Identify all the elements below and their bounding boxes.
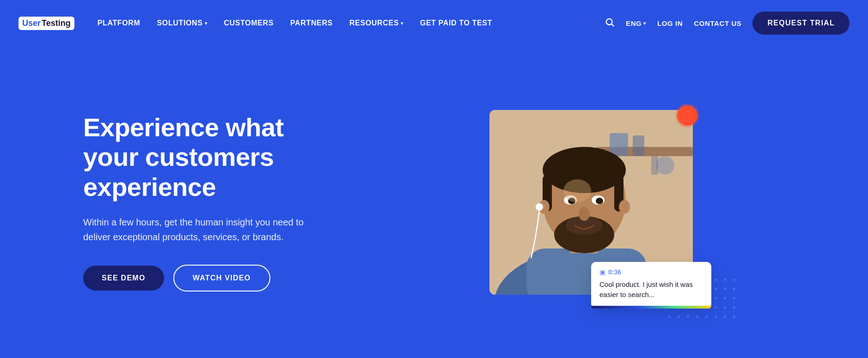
caption-time-row: ▣ 0:36 bbox=[599, 268, 703, 276]
dot-decoration bbox=[715, 316, 717, 318]
nav-resources[interactable]: RESOURCES ▾ bbox=[349, 19, 403, 27]
nav-partners[interactable]: PARTNERS bbox=[290, 19, 333, 27]
logo-testing-text: Testing bbox=[42, 18, 71, 28]
dot-decoration bbox=[724, 316, 726, 318]
svg-point-24 bbox=[656, 156, 674, 175]
request-trial-button[interactable]: REQUEST TRIAL bbox=[752, 12, 850, 35]
dot-decoration bbox=[733, 297, 735, 299]
dot-decoration bbox=[724, 306, 726, 309]
hero-section: Experience what your customers experienc… bbox=[0, 46, 868, 358]
nav-solutions-label: SOLUTIONS bbox=[157, 19, 203, 27]
nav-right: ENG ▾ LOG IN CONTACT US REQUEST TRIAL bbox=[605, 12, 850, 35]
nav-resources-label: RESOURCES bbox=[349, 19, 399, 27]
lang-dropdown-icon: ▾ bbox=[643, 21, 646, 26]
nav-solutions[interactable]: SOLUTIONS ▾ bbox=[157, 19, 208, 27]
hero-content: Experience what your customers experienc… bbox=[83, 113, 342, 291]
video-thumbnail: ▣ 0:36 Cool product. I just wish it was … bbox=[489, 110, 693, 295]
caption-time-text: 0:36 bbox=[608, 268, 621, 276]
recording-indicator bbox=[677, 105, 697, 126]
video-time-icon: ▣ bbox=[599, 268, 605, 276]
svg-point-0 bbox=[606, 19, 612, 25]
nav-platform[interactable]: PLATFORM bbox=[98, 19, 141, 27]
dot-decoration bbox=[715, 306, 717, 309]
contact-link[interactable]: CONTACT US bbox=[694, 19, 741, 27]
nav-get-paid[interactable]: GET PAID TO TEST bbox=[420, 19, 492, 27]
dot-decoration bbox=[705, 316, 708, 318]
language-selector[interactable]: ENG ▾ bbox=[626, 19, 646, 27]
hero-title: Experience what your customers experienc… bbox=[83, 113, 342, 202]
navigation: User Testing PLATFORM SOLUTIONS ▾ CUSTOM… bbox=[0, 0, 868, 46]
hero-subtitle: Within a few hours, get the human insigh… bbox=[83, 215, 305, 244]
svg-point-22 bbox=[619, 200, 630, 214]
solutions-dropdown-icon: ▾ bbox=[205, 21, 208, 26]
svg-point-23 bbox=[563, 179, 591, 202]
dot-decoration bbox=[687, 316, 689, 318]
watch-video-button[interactable]: WATCH VIDEO bbox=[173, 265, 270, 291]
dot-decoration bbox=[668, 316, 671, 318]
nav-customers[interactable]: CUSTOMERS bbox=[224, 19, 274, 27]
resources-dropdown-icon: ▾ bbox=[401, 21, 403, 26]
dot-decoration bbox=[678, 316, 680, 318]
dot-decoration bbox=[715, 297, 717, 299]
svg-rect-25 bbox=[651, 156, 658, 175]
caption-card: ▣ 0:36 Cool product. I just wish it was … bbox=[591, 262, 711, 309]
login-link[interactable]: LOG IN bbox=[657, 19, 683, 27]
svg-rect-5 bbox=[633, 135, 644, 156]
svg-line-1 bbox=[611, 24, 614, 26]
dot-decoration bbox=[696, 316, 698, 318]
search-button[interactable] bbox=[605, 17, 615, 29]
svg-rect-4 bbox=[610, 133, 628, 156]
dot-decoration bbox=[733, 316, 735, 318]
dot-decoration bbox=[733, 306, 735, 309]
caption-text: Cool product. I just wish it was easier … bbox=[599, 279, 703, 300]
svg-point-19 bbox=[579, 207, 590, 221]
logo-user-text: User bbox=[22, 18, 41, 28]
caption-color-strip bbox=[591, 306, 711, 309]
dot-decoration bbox=[724, 297, 726, 299]
svg-point-21 bbox=[536, 203, 543, 211]
hero-image-area: ▣ 0:36 Cool product. I just wish it was … bbox=[370, 110, 813, 295]
hero-buttons: SEE DEMO WATCH VIDEO bbox=[83, 265, 342, 291]
svg-point-18 bbox=[596, 198, 603, 204]
logo[interactable]: User Testing bbox=[18, 17, 74, 30]
see-demo-button[interactable]: SEE DEMO bbox=[83, 266, 164, 291]
nav-links: PLATFORM SOLUTIONS ▾ CUSTOMERS PARTNERS … bbox=[98, 19, 605, 27]
lang-label: ENG bbox=[626, 19, 642, 27]
search-icon bbox=[605, 17, 615, 27]
